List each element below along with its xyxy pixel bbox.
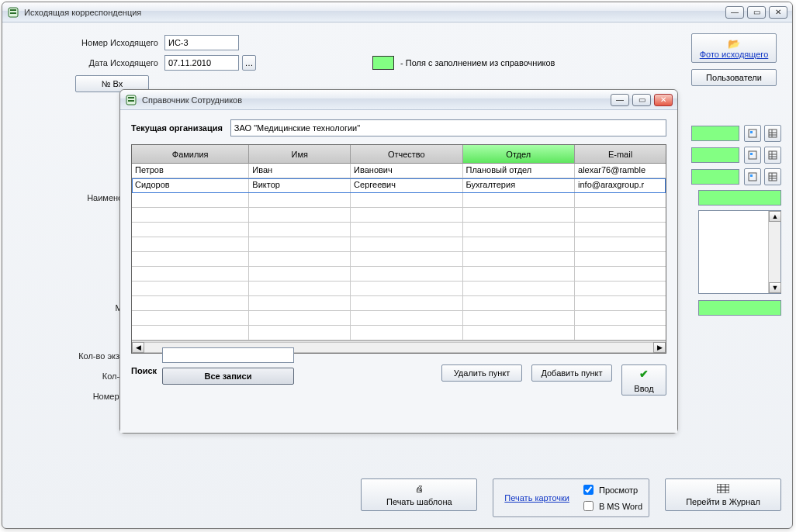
label-out-no: Номер Исходящего — [13, 38, 164, 47]
table-row[interactable] — [132, 326, 666, 340]
table-row[interactable] — [132, 193, 666, 208]
doc-name-field[interactable] — [698, 190, 781, 206]
scroll-right-icon[interactable]: ▶ — [653, 342, 666, 353]
grid-body[interactable]: Петров Иван Иванович Плановый отдел alex… — [132, 164, 666, 340]
app-icon — [125, 94, 137, 106]
subject-textarea[interactable]: ▲ ▼ — [698, 210, 781, 294]
photo-outgoing-button[interactable]: 📂 Фото исходящего — [691, 33, 777, 63]
check-icon: ✔ — [639, 368, 649, 380]
svg-rect-17 — [769, 173, 777, 181]
all-records-button[interactable]: Все записи — [162, 368, 294, 385]
org-label: Текущая организация — [131, 123, 223, 133]
preview-checkbox[interactable]: Просмотр — [580, 482, 642, 497]
users-button[interactable]: Пользователи — [691, 69, 777, 86]
app-icon — [7, 6, 19, 19]
print-template-button[interactable]: 🖨 Печать шаблона — [361, 478, 477, 511]
grid-icon — [717, 484, 729, 493]
grid-icon[interactable] — [764, 168, 781, 185]
sender-field[interactable] — [691, 147, 739, 163]
scroll-left-icon[interactable]: ◀ — [132, 342, 144, 353]
main-titlebar[interactable]: Исходящая корреспонденция — ▭ ✕ — [2, 2, 792, 22]
svg-rect-27 — [128, 97, 134, 98]
svg-rect-21 — [717, 484, 729, 493]
scrollbar[interactable]: ▲ ▼ — [768, 211, 780, 293]
folder-open-icon: 📂 — [728, 38, 740, 50]
enter-button[interactable]: ✔ Ввод — [621, 364, 666, 396]
table-row[interactable] — [132, 267, 666, 282]
executor-field[interactable] — [691, 169, 739, 185]
go-to-journal-button[interactable]: Перейти в Журнал — [665, 478, 781, 511]
out-date-input[interactable] — [164, 55, 239, 71]
label-out-date: Дата Исходящего — [13, 58, 164, 67]
table-row[interactable] — [132, 282, 666, 296]
close-button[interactable]: ✕ — [769, 6, 787, 19]
search-label: Поиск — [131, 366, 157, 375]
delete-item-button[interactable]: Удалить пункт — [441, 364, 522, 382]
dialog-title: Справочник Сотрудников — [142, 95, 611, 105]
search-input[interactable] — [162, 347, 294, 363]
dialog-maximize-button[interactable]: ▭ — [632, 94, 651, 106]
scroll-down-icon[interactable]: ▼ — [769, 282, 781, 293]
lookup-icon[interactable] — [744, 125, 761, 142]
date-picker-button[interactable]: … — [242, 55, 256, 71]
table-row-selected[interactable]: Сидоров Виктор Сергеевич Бухгалтерия inf… — [132, 178, 666, 193]
dialog-titlebar[interactable]: Справочник Сотрудников — ▭ ✕ — [120, 90, 677, 110]
table-row[interactable] — [132, 311, 666, 326]
col-patronymic[interactable]: Отчество — [351, 145, 462, 164]
dialog-minimize-button[interactable]: — — [611, 94, 629, 106]
legend: - Поля с заполнением из справочников — [372, 56, 555, 70]
lookup-icon[interactable] — [744, 147, 761, 164]
minimize-button[interactable]: — — [725, 6, 744, 19]
add-item-button[interactable]: Добавить пункт — [531, 364, 612, 382]
col-department[interactable]: Отдел — [463, 145, 575, 164]
grid-header: Фамилия Имя Отчество Отдел E-mail — [132, 145, 666, 164]
scroll-up-icon[interactable]: ▲ — [769, 211, 781, 222]
table-row[interactable] — [132, 296, 666, 311]
lookup-icon[interactable] — [744, 168, 761, 185]
svg-rect-10 — [750, 153, 753, 155]
table-atrow[interactable] — [132, 237, 666, 252]
grid-icon[interactable] — [764, 147, 781, 164]
dialog-close-button[interactable]: ✕ — [654, 94, 673, 106]
print-card-panel: Печать карточки Просмотр В MS Word — [493, 478, 649, 517]
org-input[interactable] — [230, 119, 666, 136]
msword-checkbox[interactable]: В MS Word — [580, 499, 642, 513]
location-field[interactable] — [698, 300, 781, 316]
main-title: Исходящая корреспонденция — [24, 8, 725, 17]
recipient-field[interactable] — [691, 126, 739, 141]
legend-color-box — [372, 56, 394, 70]
table-row[interactable] — [132, 208, 666, 223]
print-card-link[interactable]: Печать карточки — [500, 492, 574, 503]
maximize-button[interactable]: ▭ — [747, 6, 766, 19]
table-row[interactable] — [132, 223, 666, 237]
printer-icon: 🖨 — [415, 484, 424, 493]
out-no-input[interactable] — [164, 35, 239, 50]
svg-rect-1 — [10, 9, 16, 11]
svg-rect-28 — [128, 100, 134, 102]
col-email[interactable]: E-mail — [575, 145, 666, 164]
col-surname[interactable]: Фамилия — [132, 145, 249, 164]
svg-rect-5 — [769, 130, 777, 137]
employees-grid[interactable]: Фамилия Имя Отчество Отдел E-mail Петров… — [131, 144, 666, 354]
employees-dialog: Справочник Сотрудников — ▭ ✕ Текущая орг… — [119, 89, 678, 434]
table-row[interactable] — [132, 252, 666, 267]
grid-icon[interactable] — [764, 125, 781, 142]
col-name[interactable]: Имя — [249, 145, 351, 164]
svg-rect-2 — [10, 12, 16, 14]
svg-rect-16 — [750, 174, 753, 177]
svg-rect-11 — [769, 151, 777, 159]
svg-rect-4 — [750, 131, 753, 133]
table-row[interactable]: Петров Иван Иванович Плановый отдел alex… — [132, 164, 666, 178]
